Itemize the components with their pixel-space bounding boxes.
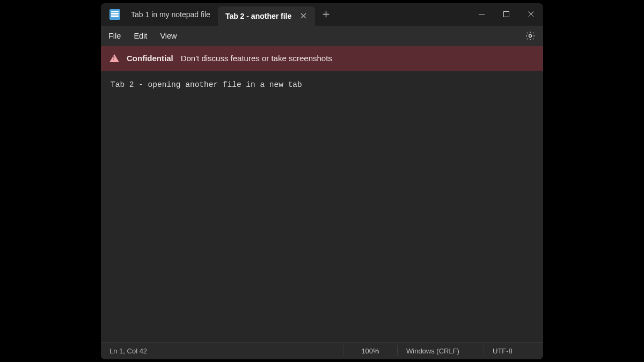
close-window-button[interactable] [518, 3, 543, 26]
status-line-ending[interactable]: Windows (CRLF) [398, 343, 484, 359]
close-tab-icon[interactable] [299, 13, 308, 19]
maximize-button[interactable] [494, 3, 518, 26]
tab-strip: Tab 1 in my notepad file Tab 2 - another… [123, 3, 469, 26]
window-controls [469, 3, 543, 26]
tab-1[interactable]: Tab 1 in my notepad file [123, 3, 218, 26]
status-cursor-position[interactable]: Ln 1, Col 42 [101, 343, 343, 359]
text-editor[interactable]: Tab 2 - opening another file in a new ta… [101, 71, 543, 342]
svg-rect-0 [503, 12, 509, 17]
menu-file[interactable]: File [108, 32, 121, 40]
notepad-window: Tab 1 in my notepad file Tab 2 - another… [101, 3, 543, 359]
menubar: File Edit View [101, 26, 543, 46]
status-encoding[interactable]: UTF-8 [484, 343, 543, 359]
banner-message: Don't discuss features or take screensho… [181, 54, 332, 63]
status-zoom[interactable]: 100% [343, 343, 397, 359]
menu-edit[interactable]: Edit [134, 32, 147, 40]
confidential-banner: Confidential Don't discuss features or t… [101, 46, 543, 71]
titlebar: Tab 1 in my notepad file Tab 2 - another… [101, 3, 543, 26]
tab-1-label: Tab 1 in my notepad file [131, 10, 210, 19]
minimize-button[interactable] [469, 3, 494, 26]
menu-view[interactable]: View [160, 32, 177, 40]
svg-point-1 [529, 34, 532, 37]
notepad-app-icon [109, 9, 120, 20]
new-tab-button[interactable] [315, 3, 336, 26]
tab-2-label: Tab 2 - another file [225, 12, 291, 20]
statusbar: Ln 1, Col 42 100% Windows (CRLF) UTF-8 [101, 342, 543, 359]
warning-icon [109, 54, 119, 62]
settings-button[interactable] [525, 31, 536, 41]
tab-2[interactable]: Tab 2 - another file [218, 6, 315, 26]
banner-title: Confidential [127, 54, 173, 63]
